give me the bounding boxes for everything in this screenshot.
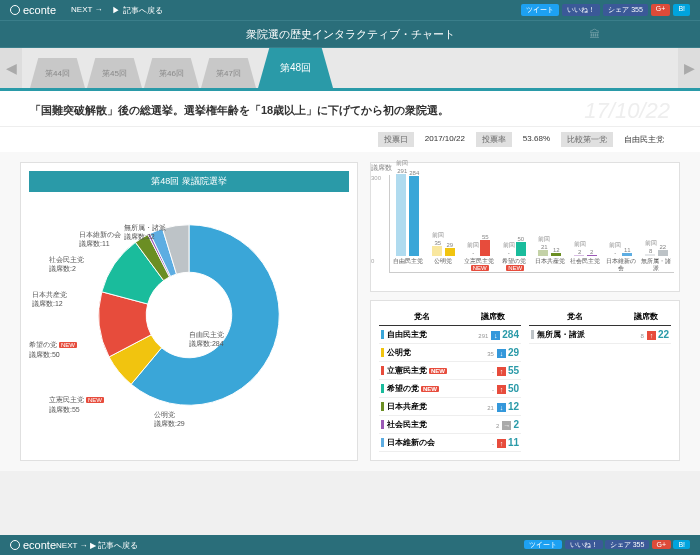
bars-area: 前回291284自由民主党前回3529公明党前回-55立憲民主党NEW前回-50… xyxy=(389,175,674,273)
bar-group: 前回22社会民主党 xyxy=(569,171,601,272)
vote-date: 2017/10/22 xyxy=(419,132,471,147)
hatena-button[interactable]: B! xyxy=(673,4,690,16)
bar-chart-panel: 議席数 300 0 前回291284自由民主党前回3529公明党前回-55立憲民… xyxy=(370,162,680,292)
building-icon: 🏛 xyxy=(589,28,600,40)
pie-panel: 第48回 衆議院選挙 自由民主党議席数:284公明党議席数:29立憲民主党NEW… xyxy=(20,162,358,461)
pie-label: 自由民主党議席数:284 xyxy=(189,330,224,348)
bar-group: 前回-55立憲民主党NEW xyxy=(463,171,495,272)
pie-label: 希望の党NEW議席数:50 xyxy=(29,340,77,359)
table-row: 日本共産党21↓12 xyxy=(379,398,521,416)
pie-title: 第48回 衆議院選挙 xyxy=(29,171,349,192)
right-column: 議席数 300 0 前回291284自由民主党前回3529公明党前回-55立憲民… xyxy=(370,162,680,461)
top-nav: NEXT → ▶ 記事へ戻る xyxy=(71,5,163,16)
title-bar: 衆院選の歴史インタラクティブ・チャート 🏛 xyxy=(0,20,700,48)
turnout: 53.68% xyxy=(517,132,556,147)
table-row: 日本維新の会-↑11 xyxy=(379,434,521,452)
first-party-label: 比較第一党 xyxy=(561,132,613,147)
pie-label: 立憲民主党NEW議席数:55 xyxy=(49,395,104,414)
bar-y-label: 議席数 xyxy=(371,163,392,173)
seats-table-right: 党名議席数無所属・諸派8↑22 xyxy=(529,309,671,452)
pie-label: 日本共産党議席数:12 xyxy=(32,290,67,308)
pie-label: 無所属・諸派議席数:22 xyxy=(124,223,166,241)
meta-row: 投票日2017/10/22 投票率53.68% 比較第一党自由民主党 xyxy=(0,126,700,152)
first-party: 自由民主党 xyxy=(618,132,670,147)
table-row: 無所属・諸派8↑22 xyxy=(529,326,671,344)
tab-47[interactable]: 第47回 xyxy=(201,58,256,88)
next-link[interactable]: NEXT → xyxy=(71,5,102,16)
election-tabs: ◀ 第44回 第45回 第46回 第47回 第48回 ▶ xyxy=(0,48,700,88)
table-row: 自由民主党291↓284 xyxy=(379,326,521,344)
bar-group: 前回-11日本維新の会 xyxy=(605,171,637,272)
tab-next-arrow[interactable]: ▶ xyxy=(678,48,700,88)
back-link[interactable]: ▶ 記事へ戻る xyxy=(112,5,162,16)
tab-46[interactable]: 第46回 xyxy=(144,58,199,88)
footer-logo[interactable]: econte xyxy=(10,539,56,551)
social-buttons: ツイート いいね！ シェア 355 G+ B! xyxy=(521,4,690,16)
share-button[interactable]: シェア 355 xyxy=(603,4,648,16)
pie-chart: 自由民主党議席数:284公明党議席数:29立憲民主党NEW議席数:55希望の党N… xyxy=(29,200,349,430)
donut-svg xyxy=(94,220,284,410)
footer-next[interactable]: NEXT → xyxy=(56,541,87,550)
table-row: 立憲民主党NEW-↑55 xyxy=(379,362,521,380)
logo-icon xyxy=(10,5,20,15)
page-title: 衆院選の歴史インタラクティブ・チャート xyxy=(246,27,455,42)
pie-label: 公明党議席数:29 xyxy=(154,410,185,428)
pie-label: 日本維新の会議席数:11 xyxy=(79,230,121,248)
bar-group: 前回822無所属・諸派 xyxy=(640,171,672,272)
tweet-button[interactable]: ツイート xyxy=(521,4,559,16)
tab-44[interactable]: 第44回 xyxy=(30,58,85,88)
vote-date-label: 投票日 xyxy=(378,132,414,147)
pie-label: 社会民主党議席数:2 xyxy=(49,255,84,273)
date-watermark: 17/10/22 xyxy=(584,98,670,124)
topbar: econte NEXT → ▶ 記事へ戻る ツイート いいね！ シェア 355 … xyxy=(0,0,700,20)
gplus-button[interactable]: G+ xyxy=(651,4,671,16)
bar-group: 前回291284自由民主党 xyxy=(392,171,424,272)
bar-group: 前回2112日本共産党 xyxy=(534,171,566,272)
logo[interactable]: econte xyxy=(10,4,56,16)
tab-45[interactable]: 第45回 xyxy=(87,58,142,88)
footer: econte NEXT → ▶ 記事へ戻る ツイート いいね！ シェア 355 … xyxy=(0,535,700,555)
footer-back[interactable]: ▶ 記事へ戻る xyxy=(90,541,138,550)
headline-text: 「国難突破解散」後の総選挙。選挙権年齢を「18歳以上」に下げてから初の衆院選。 xyxy=(30,103,449,118)
table-row: 社会民主党2→2 xyxy=(379,416,521,434)
headline-row: 「国難突破解散」後の総選挙。選挙権年齢を「18歳以上」に下げてから初の衆院選。 … xyxy=(0,91,700,126)
seats-table-left: 党名議席数自由民主党291↓284公明党35↓29立憲民主党NEW-↑55希望の… xyxy=(379,309,521,452)
tab-prev-arrow[interactable]: ◀ xyxy=(0,48,22,88)
seats-tables: 党名議席数自由民主党291↓284公明党35↓29立憲民主党NEW-↑55希望の… xyxy=(370,300,680,461)
tab-48[interactable]: 第48回 xyxy=(258,48,333,88)
bar-group: 前回-50希望の党NEW xyxy=(498,171,530,272)
like-button[interactable]: いいね！ xyxy=(562,4,600,16)
content-area: 第48回 衆議院選挙 自由民主党議席数:284公明党議席数:29立憲民主党NEW… xyxy=(0,152,700,471)
table-row: 公明党35↓29 xyxy=(379,344,521,362)
table-row: 希望の党NEW-↑50 xyxy=(379,380,521,398)
bar-group: 前回3529公明党 xyxy=(427,171,459,272)
turnout-label: 投票率 xyxy=(476,132,512,147)
